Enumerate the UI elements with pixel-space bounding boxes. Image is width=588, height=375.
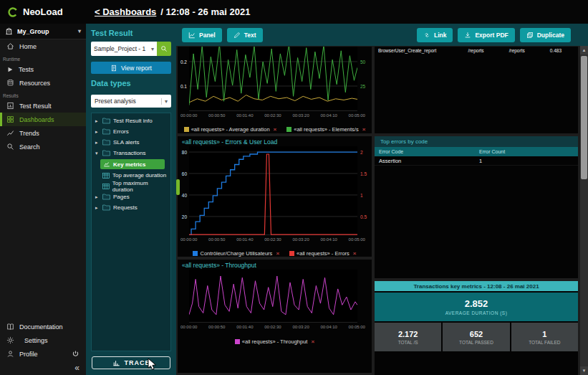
legend-remove-icon[interactable]: × [362,126,366,133]
legend-remove-icon[interactable]: × [274,126,277,133]
sidebar-item-home[interactable]: Home [0,39,86,53]
legend-remove-icon[interactable]: × [276,250,279,257]
tree-item-requests[interactable]: ▸ Requests [93,202,169,213]
link-label: Link [434,32,446,39]
export-pdf-button[interactable]: Export PDF [458,28,514,42]
sidebar-item-tests[interactable]: Tests [0,62,86,76]
scroll-up-button[interactable]: ▲ [580,46,588,54]
breadcrumb-dashboards-link[interactable]: < Dashboards [95,6,156,17]
metric-total-per-second: 2.172 TOTAL /S [375,323,441,351]
y-tick-label: 0.2 [180,60,187,65]
duplicate-button[interactable]: Duplicate [520,28,571,42]
tree-item-label: Requests [113,204,138,211]
y-axis-left: 0.20.1 [178,47,188,111]
data-types-tree: ▸ Test Result info ▸ Errors ▸ SLA alerts… [91,113,171,351]
tree-item-pages[interactable]: ▸ Pages [93,191,169,202]
legend-color-swatch [193,251,198,256]
metric-cells: 2.172 TOTAL /S 652 TOTAL PASSED 1 TOTAL … [375,323,578,351]
preset-analysis-select[interactable]: Preset analysis ▾ [91,95,171,108]
y-tick-label: 50 [360,60,365,65]
tree-item-sla-alerts[interactable]: ▸ SLA alerts [93,137,169,148]
power-icon[interactable] [72,350,79,358]
legend-color-swatch [289,251,294,256]
x-tick-label: 00:01:40 [236,113,253,118]
trace-button[interactable]: TRACE [92,356,170,369]
table-row[interactable]: Assertion 1 [375,156,578,166]
add-text-button[interactable]: Text [227,28,263,42]
home-icon [6,42,14,50]
project-search-button[interactable] [157,42,171,56]
add-text-label: Text [244,32,256,39]
collapse-sidebar-button[interactable]: « [0,361,86,375]
sidebar-item-trends[interactable]: Trends [0,126,86,140]
sidebar-item-label: Settings [24,337,48,344]
trace-label: TRACE [125,359,150,366]
table-panel-top-average: BrowserUser_Create_report /reports /repo… [375,47,578,133]
x-tick-label: 00:02:30 [264,237,281,242]
add-panel-button[interactable]: Panel [182,28,222,42]
neoload-logo[interactable]: NeoLoad [0,6,86,18]
project-select-value: Sample_Project - 1 [94,45,145,52]
sidebar-item-profile[interactable]: Profile [0,347,86,361]
sidebar-item-label: Search [19,143,40,151]
metric-label: TOTAL /S [398,340,418,345]
duplicate-label: Duplicate [537,32,564,39]
vertical-scrollbar[interactable]: ▲ ▼ [580,46,588,375]
folder-icon [102,139,110,146]
table-icon [102,173,110,179]
sidebar-item-resources[interactable]: Resources [0,76,86,90]
table-panel-top-errors: Top errors by code Error Code Error Coun… [375,136,578,278]
sidebar: My_Group ▾ Home Runtime Tests Resources … [0,24,86,375]
x-tick-label: 00:00:50 [208,113,225,118]
metric-label: TOTAL FAILED [529,340,560,345]
tree-item-key-metrics-selected[interactable]: Key metrics [100,159,165,169]
chart-panel-average-duration: 0.20.1 5025 00:00:0000:00:5000:01:4000:0… [178,47,372,133]
pencil-icon [233,32,241,39]
chart-legend: Contrôleur/Charge Utilisateurs×«all requ… [178,246,372,259]
caret-down-icon: ▾ [95,151,100,156]
legend-item: «all requests» - Elements/s× [286,126,365,133]
x-tick-label: 00:04:10 [320,325,337,329]
section-label-runtime: Runtime [0,53,86,62]
legend-remove-icon[interactable]: × [311,338,314,345]
y-tick-label: 1 [360,193,363,198]
view-report-button[interactable]: View report [91,62,171,74]
tree-item-transactions[interactable]: ▾ Transactions [93,148,169,158]
x-axis: 00:00:0000:00:5000:01:4000:02:3000:03:20… [180,237,365,242]
scrollbar-thumb[interactable] [581,56,587,179]
group-selector[interactable]: My_Group ▾ [0,24,86,39]
sidebar-item-test-result[interactable]: Test Result [0,99,86,113]
table-row[interactable]: BrowserUser_Create_report /reports /repo… [375,47,578,54]
folder-icon [102,204,110,211]
column-header-error-count[interactable]: Error Count [478,149,578,154]
project-select[interactable]: Sample_Project - 1 ▾ [91,42,157,56]
folder-icon [102,194,110,200]
cell-error-code: Assertion [375,158,478,164]
link-button[interactable]: Link [417,28,453,42]
legend-item: «all requests» - Throughput× [235,338,314,345]
tree-item-top-maximum-duration[interactable]: Top maximum duration [100,181,169,191]
add-panel-label: Panel [199,32,216,39]
download-icon [464,32,471,39]
x-tick-label: 00:02:30 [264,325,281,329]
sidebar-item-documentation[interactable]: Documentation [0,320,86,333]
legend-remove-icon[interactable]: × [353,250,357,257]
y-tick-label: 0.1 [180,84,187,89]
sidebar-item-search[interactable]: Search [0,140,86,153]
chart-legend: «all requests» - Throughput× [178,334,372,347]
tree-item-errors[interactable]: ▸ Errors [93,126,169,137]
transactions-children: Key metrics Top average duration Top max… [100,159,169,191]
cell-element-name: BrowserUser_Create_report [378,48,468,53]
tree-item-test-result-info[interactable]: ▸ Test Result info [93,115,169,126]
panel-resize-handle[interactable] [176,179,180,195]
sidebar-item-label: Documentation [19,323,63,331]
x-tick-label: 00:05:00 [349,113,365,118]
column-header-error-code[interactable]: Error Code [375,149,478,154]
export-pdf-label: Export PDF [475,32,508,39]
view-report-label: View report [121,65,152,72]
gear-icon [6,336,14,344]
table-icon [102,184,110,189]
sidebar-item-settings[interactable]: Settings [0,333,86,347]
scroll-down-button[interactable]: ▼ [580,366,588,375]
sidebar-item-dashboards[interactable]: Dashboards [0,113,86,126]
